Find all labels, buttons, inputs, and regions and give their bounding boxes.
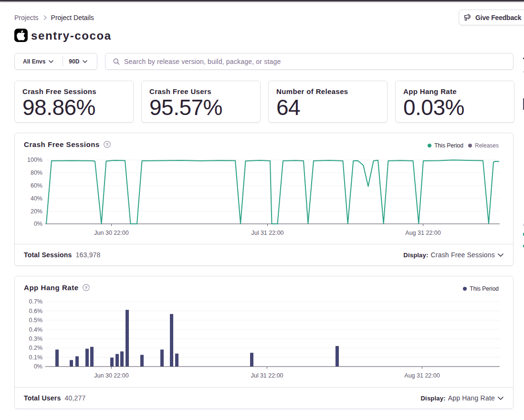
svg-text:0.6%: 0.6% [29, 308, 43, 315]
svg-text:Jul 31 22:00: Jul 31 22:00 [251, 372, 283, 379]
svg-text:0.4%: 0.4% [29, 326, 43, 333]
svg-text:20%: 20% [31, 208, 42, 215]
svg-text:0%: 0% [34, 363, 42, 370]
svg-text:0.7%: 0.7% [29, 298, 43, 305]
svg-text:60%: 60% [31, 182, 42, 189]
svg-text:40%: 40% [31, 195, 42, 202]
svg-text:?: ? [105, 142, 108, 147]
svg-text:Aug 31 22:00: Aug 31 22:00 [404, 372, 440, 379]
svg-text:0.5%: 0.5% [29, 317, 43, 324]
svg-text:Jul 31 22:00: Jul 31 22:00 [251, 230, 283, 236]
svg-text:0.3%: 0.3% [29, 336, 43, 342]
svg-text:0.1%: 0.1% [29, 354, 43, 361]
svg-text:?: ? [84, 285, 87, 290]
svg-text:Aug 31 22:00: Aug 31 22:00 [405, 230, 440, 236]
svg-text:Jun 30 22:00: Jun 30 22:00 [94, 372, 128, 379]
svg-text:0%: 0% [34, 220, 42, 227]
svg-text:0.2%: 0.2% [29, 345, 43, 351]
svg-text:80%: 80% [31, 169, 42, 176]
svg-text:100%: 100% [27, 157, 42, 163]
svg-text:Jun 30 22:00: Jun 30 22:00 [94, 230, 128, 236]
